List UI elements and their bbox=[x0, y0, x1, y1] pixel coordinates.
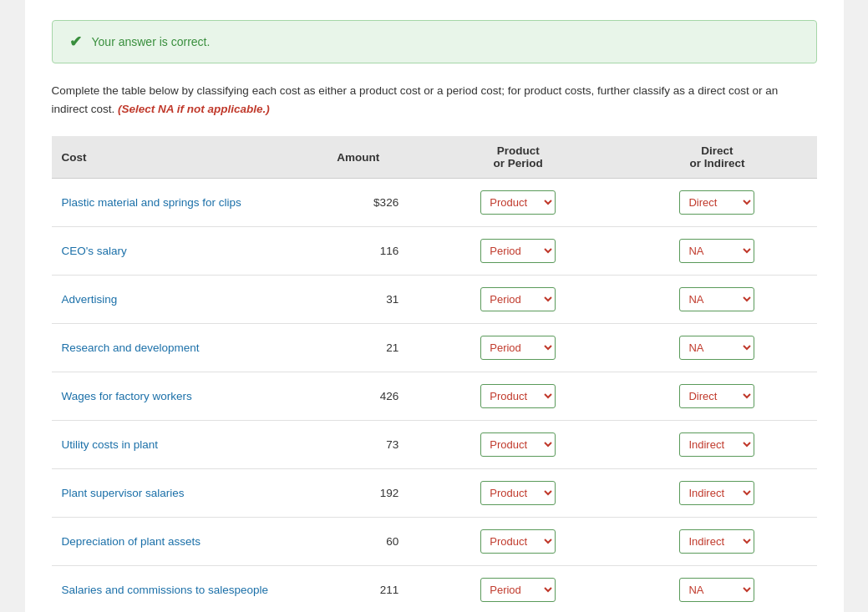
table-row: Advertising31ProductPeriodDirectIndirect… bbox=[52, 276, 817, 324]
direct-indirect-cell: DirectIndirectNA bbox=[617, 276, 816, 324]
cost-amount: 31 bbox=[327, 276, 419, 324]
cost-amount: 116 bbox=[327, 227, 419, 276]
direct-indirect-select[interactable]: DirectIndirectNA bbox=[679, 287, 754, 311]
product-period-select[interactable]: ProductPeriod bbox=[480, 336, 556, 360]
cost-amount: 73 bbox=[327, 421, 419, 469]
direct-indirect-select[interactable]: DirectIndirectNA bbox=[679, 239, 754, 263]
page-wrapper: ✔ Your answer is correct. Complete the t… bbox=[25, 0, 844, 612]
direct-indirect-cell: DirectIndirectNA bbox=[617, 227, 816, 276]
direct-indirect-select[interactable]: DirectIndirectNA bbox=[679, 336, 754, 360]
table-row: CEO's salary116ProductPeriodDirectIndire… bbox=[52, 227, 817, 276]
table-row: Utility costs in plant73ProductPeriodDir… bbox=[52, 421, 817, 469]
product-period-select[interactable]: ProductPeriod bbox=[480, 578, 556, 602]
direct-indirect-select[interactable]: DirectIndirectNA bbox=[679, 529, 754, 554]
direct-indirect-cell: DirectIndirectNA bbox=[617, 518, 816, 566]
cost-label: Wages for factory workers bbox=[52, 372, 327, 421]
table-row: Research and development21ProductPeriodD… bbox=[52, 324, 817, 372]
cost-classification-table: Cost Amount Product or Period Direct or … bbox=[52, 136, 817, 612]
product-period-select[interactable]: ProductPeriod bbox=[480, 432, 556, 457]
product-period-cell: ProductPeriod bbox=[419, 227, 617, 276]
cost-amount: 426 bbox=[327, 372, 419, 421]
header-product: Product or Period bbox=[419, 136, 617, 179]
product-period-cell: ProductPeriod bbox=[419, 276, 617, 324]
cost-amount: 211 bbox=[327, 566, 419, 612]
direct-indirect-select[interactable]: DirectIndirectNA bbox=[679, 578, 754, 602]
product-period-select[interactable]: ProductPeriod bbox=[480, 239, 556, 263]
product-period-select[interactable]: ProductPeriod bbox=[480, 190, 556, 215]
header-amount: Amount bbox=[327, 136, 419, 179]
direct-indirect-select[interactable]: DirectIndirectNA bbox=[679, 481, 754, 505]
direct-indirect-cell: DirectIndirectNA bbox=[617, 179, 816, 227]
check-icon: ✔ bbox=[69, 33, 82, 51]
cost-amount: $326 bbox=[327, 179, 419, 227]
success-banner: ✔ Your answer is correct. bbox=[52, 20, 817, 63]
cost-amount: 192 bbox=[327, 469, 419, 518]
header-product-line2: or Period bbox=[429, 157, 607, 169]
product-period-select[interactable]: ProductPeriod bbox=[480, 529, 556, 554]
table-row: Wages for factory workers426ProductPerio… bbox=[52, 372, 817, 421]
cost-amount: 21 bbox=[327, 324, 419, 372]
direct-indirect-cell: DirectIndirectNA bbox=[617, 324, 816, 372]
product-period-select[interactable]: ProductPeriod bbox=[480, 384, 556, 408]
success-text: Your answer is correct. bbox=[92, 35, 211, 48]
product-period-cell: ProductPeriod bbox=[419, 566, 617, 612]
cost-amount: 60 bbox=[327, 518, 419, 566]
product-period-select[interactable]: ProductPeriod bbox=[480, 287, 556, 311]
table-row: Plastic material and springs for clips$3… bbox=[52, 179, 817, 227]
cost-label: Advertising bbox=[52, 276, 327, 324]
cost-label: Plant supervisor salaries bbox=[52, 469, 327, 518]
instructions: Complete the table below by classifying … bbox=[52, 82, 817, 118]
product-period-cell: ProductPeriod bbox=[419, 518, 617, 566]
header-direct: Direct or Indirect bbox=[617, 136, 816, 179]
header-product-line1: Product bbox=[429, 144, 607, 157]
cost-label: Utility costs in plant bbox=[52, 421, 327, 469]
header-direct-line2: or Indirect bbox=[627, 157, 806, 169]
cost-label: CEO's salary bbox=[52, 227, 327, 276]
cost-label: Salaries and commissions to salespeople bbox=[52, 566, 327, 612]
product-period-cell: ProductPeriod bbox=[419, 421, 617, 469]
cost-label: Depreciation of plant assets bbox=[52, 518, 327, 566]
cost-label: Plastic material and springs for clips bbox=[52, 179, 327, 227]
direct-indirect-cell: DirectIndirectNA bbox=[617, 372, 816, 421]
product-period-cell: ProductPeriod bbox=[419, 372, 617, 421]
product-period-cell: ProductPeriod bbox=[419, 179, 617, 227]
cost-label: Research and development bbox=[52, 324, 327, 372]
header-cost: Cost bbox=[52, 136, 327, 179]
direct-indirect-select[interactable]: DirectIndirectNA bbox=[679, 432, 754, 457]
table-row: Depreciation of plant assets60ProductPer… bbox=[52, 518, 817, 566]
product-period-select[interactable]: ProductPeriod bbox=[480, 481, 556, 505]
direct-indirect-cell: DirectIndirectNA bbox=[617, 421, 816, 469]
product-period-cell: ProductPeriod bbox=[419, 324, 617, 372]
direct-indirect-select[interactable]: DirectIndirectNA bbox=[679, 190, 754, 215]
table-row: Salaries and commissions to salespeople2… bbox=[52, 566, 817, 612]
direct-indirect-cell: DirectIndirectNA bbox=[617, 469, 816, 518]
table-row: Plant supervisor salaries192ProductPerio… bbox=[52, 469, 817, 518]
product-period-cell: ProductPeriod bbox=[419, 469, 617, 518]
instructions-highlight: (Select NA if not applicable.) bbox=[118, 103, 270, 115]
direct-indirect-cell: DirectIndirectNA bbox=[617, 566, 816, 612]
direct-indirect-select[interactable]: DirectIndirectNA bbox=[679, 384, 754, 408]
header-direct-line1: Direct bbox=[627, 144, 806, 157]
